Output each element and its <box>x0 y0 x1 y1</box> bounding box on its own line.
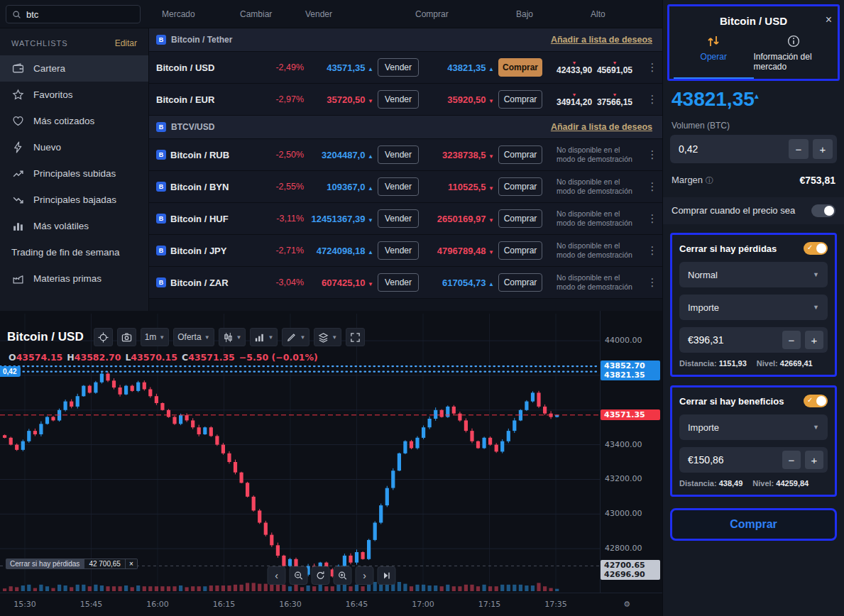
sidebar-item-materias-primas[interactable]: Materias primas <box>0 265 148 292</box>
instrument-name: BBitcoin / RUB <box>156 150 260 160</box>
add-to-watchlist-link[interactable]: Añadir a lista de deseos <box>551 122 652 132</box>
stop-loss-amount-field[interactable]: €396,31 − + <box>679 327 828 353</box>
bars-icon <box>11 220 24 233</box>
row-menu-icon[interactable]: ⋮ <box>647 180 658 193</box>
market-row[interactable]: BBitcoin / RUB-2,50%3204487,0 ▲Vender323… <box>149 139 662 171</box>
sell-button[interactable]: Vender <box>378 241 419 260</box>
volume-field[interactable]: 0,42 − + <box>670 135 837 163</box>
search-input[interactable]: btc <box>6 5 141 23</box>
market-row[interactable]: Bitcoin / EUR-2,97%35720,50 ▼Vender35920… <box>149 84 662 116</box>
row-menu-icon[interactable]: ⋮ <box>647 212 658 225</box>
sell-button[interactable]: Vender <box>378 273 419 292</box>
heart-icon <box>11 115 24 128</box>
market-row[interactable]: BBitcoin / BYN-2,55%109367,0 ▲Vender1105… <box>149 171 662 203</box>
stop-loss-mode-select[interactable]: Normal▼ <box>679 262 828 287</box>
buy-button[interactable]: Comprar <box>498 90 542 109</box>
buy-button[interactable]: Comprar <box>498 145 542 164</box>
sidebar-item-nuevo[interactable]: Nuevo <box>0 134 148 160</box>
fullscreen-button[interactable] <box>346 328 365 346</box>
sidebar-item-m-s-vol-tiles[interactable]: Más volátiles <box>0 213 148 239</box>
tab-market-info[interactable]: Información del mercado <box>754 35 834 79</box>
margin-info-icon[interactable]: ⓘ <box>706 176 713 185</box>
stop-loss-decrease-button[interactable]: − <box>782 331 801 349</box>
row-menu-icon[interactable]: ⋮ <box>647 276 658 289</box>
demo-note: No disponible en el modo de demostración <box>547 273 642 292</box>
chart-style-dropdown[interactable]: ▼ <box>219 328 246 346</box>
buy-button[interactable]: Comprar <box>498 273 542 292</box>
take-profit-type-select[interactable]: Importe▼ <box>679 414 828 440</box>
stop-loss-tag-value: 42 700,65 <box>84 559 126 569</box>
price-axis[interactable]: 44000.0043400.0043200.0043000.0042800.00… <box>600 311 662 593</box>
sidebar-item-trading-de-fin-de-semana[interactable]: Trading de fin de semana <box>0 239 148 265</box>
sell-button[interactable]: Vender <box>378 145 419 164</box>
time-axis-label: 17:35 <box>544 600 567 609</box>
column-header-alto: Alto <box>591 9 605 19</box>
volume-decrease-button[interactable]: − <box>789 139 809 159</box>
buy-button[interactable]: Comprar <box>498 209 542 228</box>
take-profit-decrease-button[interactable]: − <box>782 451 801 469</box>
zoom-in-button[interactable] <box>334 566 352 585</box>
trading-app: btc MercadoCambiarVenderComprarBajoAlto … <box>0 0 844 616</box>
reset-zoom-button[interactable] <box>312 566 330 585</box>
low-value: 34914,20 <box>557 97 592 107</box>
scroll-right-button[interactable]: › <box>356 566 374 585</box>
go-to-end-button[interactable] <box>378 566 396 585</box>
buy-button[interactable]: Comprar <box>498 177 542 196</box>
buy-button[interactable]: Comprar <box>670 508 837 541</box>
buy-when-toggle[interactable] <box>811 204 835 217</box>
price-axis-label: 43400.00 <box>605 440 642 449</box>
add-to-watchlist-link[interactable]: Añadir a lista de deseos <box>551 35 652 45</box>
sell-button[interactable]: Vender <box>378 90 419 109</box>
time-axis[interactable]: ⚙ 15:3015:4516:0016:1516:3016:4517:0017:… <box>0 593 662 616</box>
stop-loss-toggle[interactable]: ✓ <box>804 242 828 255</box>
sell-button[interactable]: Vender <box>378 58 419 77</box>
market-row[interactable]: Bitcoin / USD-2,49%43571,35 ▲Vender43821… <box>149 52 662 84</box>
buy-price: 43821,35 ▲ <box>423 62 494 73</box>
layers-dropdown[interactable]: ▼ <box>314 328 341 346</box>
sell-button[interactable]: Vender <box>378 177 419 196</box>
sell-button[interactable]: Vender <box>378 209 419 228</box>
stop-loss-tag-close-icon[interactable]: × <box>126 559 138 569</box>
sidebar-item-principales-subidas[interactable]: Principales subidas <box>0 160 148 187</box>
take-profit-amount-value[interactable]: €150,86 <box>688 454 778 466</box>
sidebar-item-m-s-cotizados[interactable]: Más cotizados <box>0 108 148 134</box>
stop-loss-type-select[interactable]: Importe▼ <box>679 295 828 320</box>
market-row[interactable]: BBitcoin / HUF-3,11%12451367,39 ▼Vender2… <box>149 203 662 235</box>
search-icon <box>12 10 21 19</box>
candlestick-icon <box>223 332 234 343</box>
crosshair-button[interactable] <box>94 328 113 346</box>
row-menu-icon[interactable]: ⋮ <box>647 93 658 106</box>
panel-title: Bitcoin / USD <box>720 15 787 27</box>
stop-loss-increase-button[interactable]: + <box>805 331 823 349</box>
sidebar-item-principales-bajadas[interactable]: Principales bajadas <box>0 187 148 213</box>
interval-dropdown[interactable]: 1m▼ <box>141 328 170 346</box>
market-row[interactable]: BBitcoin / JPY-2,71%4724098,18 ▲Vender47… <box>149 235 662 267</box>
market-row[interactable]: BBitcoin / ZAR-3,04%607425,10 ▼Vender617… <box>149 267 662 299</box>
row-menu-icon[interactable]: ⋮ <box>647 148 658 161</box>
sell-price: 12451367,39 ▼ <box>308 214 373 224</box>
indicators-dropdown[interactable]: ▼ <box>250 328 278 346</box>
take-profit-amount-field[interactable]: €150,86 − + <box>679 447 828 473</box>
zoom-out-button[interactable] <box>290 566 308 585</box>
panel-close-icon[interactable]: × <box>826 13 832 26</box>
take-profit-toggle[interactable]: ✓ <box>804 395 828 407</box>
chart-settings-gear-icon[interactable]: ⚙ <box>623 600 630 609</box>
stop-loss-amount-value[interactable]: €396,31 <box>688 334 778 346</box>
price-type-dropdown[interactable]: Oferta▼ <box>173 328 214 346</box>
buy-button[interactable]: Comprar <box>498 58 542 77</box>
drawing-tools-dropdown[interactable]: ▼ <box>282 328 309 346</box>
snapshot-button[interactable] <box>117 328 136 346</box>
take-profit-increase-button[interactable]: + <box>805 451 823 469</box>
row-menu-icon[interactable]: ⋮ <box>647 61 658 74</box>
sidebar-item-cartera[interactable]: Cartera <box>0 55 148 82</box>
volume-value[interactable]: 0,42 <box>679 143 784 155</box>
buy-button[interactable]: Comprar <box>498 241 542 260</box>
volume-increase-button[interactable]: + <box>813 139 833 159</box>
scroll-left-button[interactable]: ‹ <box>268 566 286 585</box>
row-menu-icon[interactable]: ⋮ <box>647 244 658 257</box>
trend-down-icon <box>11 194 24 207</box>
sidebar-item-favoritos[interactable]: Favoritos <box>0 82 148 108</box>
bolt-icon <box>11 141 24 154</box>
tab-operar[interactable]: Operar <box>674 35 754 79</box>
edit-watchlists-link[interactable]: Editar <box>115 38 137 48</box>
